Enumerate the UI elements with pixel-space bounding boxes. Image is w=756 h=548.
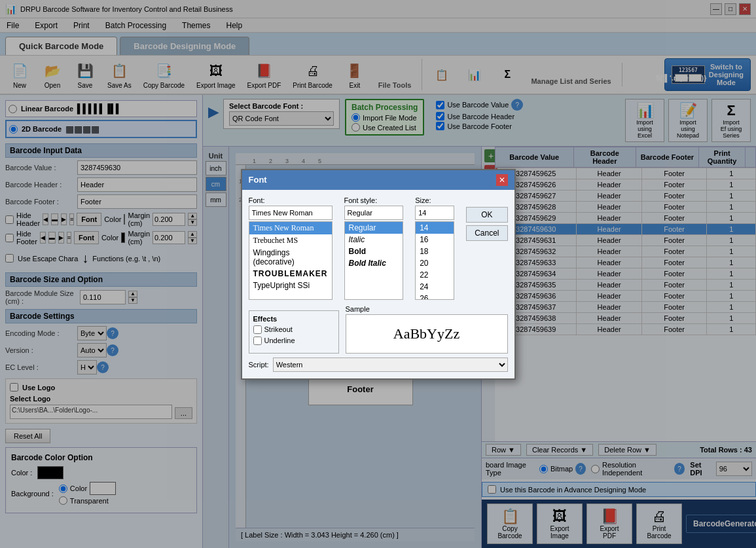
sample-preview: AaBbYyZz: [346, 314, 508, 354]
size-24[interactable]: 24: [416, 281, 454, 293]
font-cancel-button[interactable]: Cancel: [466, 225, 507, 241]
size-22[interactable]: 22: [416, 269, 454, 281]
font-dialog-title-bar: Font ✕: [242, 170, 514, 190]
font-size-col: Size: 14 16 18 20 22 24 26: [415, 196, 454, 300]
underline-row: Underline: [253, 337, 334, 345]
font-size-label: Size:: [415, 196, 454, 204]
style-italic[interactable]: Italic: [345, 234, 403, 246]
strikeout-label: Strikeout: [264, 325, 293, 333]
sample-label: Sample: [346, 305, 508, 313]
font-style-input[interactable]: [344, 206, 404, 220]
effects-sample-row: Effects Strikeout Underline: [249, 305, 508, 354]
font-dialog: Font ✕ Font: Times New Roman Trebuchet M…: [241, 169, 516, 380]
font-dialog-title: Font: [249, 175, 267, 185]
font-dialog-close[interactable]: ✕: [496, 174, 508, 186]
effects-options: Strikeout Underline: [253, 325, 334, 345]
size-20[interactable]: 20: [416, 257, 454, 269]
dialog-action-buttons: OK Cancel: [466, 207, 507, 300]
script-row: Script: Western: [249, 357, 508, 372]
sample-section: Sample AaBbYyZz: [346, 305, 508, 354]
font-name-label: Font:: [249, 196, 333, 204]
font-item-times[interactable]: Times New Roman: [249, 222, 332, 234]
font-name-list[interactable]: Times New Roman Trebuchet MS Wingdings (…: [249, 221, 333, 300]
font-style-col: Font style: Regular Italic Bold Bold Ita…: [344, 196, 404, 300]
font-dialog-overlay: Font ✕ Font: Times New Roman Trebuchet M…: [0, 0, 756, 548]
size-16[interactable]: 16: [416, 234, 454, 246]
font-name-input[interactable]: [249, 206, 333, 220]
style-bold[interactable]: Bold: [345, 246, 403, 257]
script-label: Script:: [249, 361, 269, 369]
font-item-troublemaker[interactable]: TROUBLEMAKER: [249, 268, 332, 280]
size-26[interactable]: 26: [416, 293, 454, 300]
font-main-row: Font: Times New Roman Trebuchet MS Wingd…: [249, 196, 508, 300]
font-size-input[interactable]: [415, 206, 454, 220]
font-item-typeupright[interactable]: TypeUpright SSi: [249, 280, 332, 291]
underline-checkbox[interactable]: [253, 337, 262, 345]
underline-label: Underline: [264, 337, 295, 344]
font-size-list[interactable]: 14 16 18 20 22 24 26: [415, 221, 454, 300]
strikeout-row: Strikeout: [253, 325, 334, 334]
font-ok-button[interactable]: OK: [466, 207, 507, 223]
size-18[interactable]: 18: [416, 246, 454, 257]
size-14[interactable]: 14: [416, 222, 454, 234]
effects-section: Effects Strikeout Underline: [249, 310, 339, 354]
strikeout-checkbox[interactable]: [253, 325, 262, 334]
sample-text: AaBbYyZz: [393, 325, 459, 342]
font-dialog-body: Font: Times New Roman Trebuchet MS Wingd…: [242, 190, 514, 378]
style-regular[interactable]: Regular: [345, 222, 403, 234]
font-style-label: Font style:: [344, 196, 404, 204]
font-name-col: Font: Times New Roman Trebuchet MS Wingd…: [249, 196, 333, 300]
font-item-wingdings[interactable]: Wingdings (decorative): [249, 247, 332, 268]
font-item-trebuchet[interactable]: Trebuchet MS: [249, 234, 332, 247]
font-style-list[interactable]: Regular Italic Bold Bold Italic: [344, 221, 404, 300]
script-select[interactable]: Western: [273, 357, 508, 372]
effects-label: Effects: [253, 315, 334, 323]
style-bold-italic[interactable]: Bold Italic: [345, 257, 403, 269]
